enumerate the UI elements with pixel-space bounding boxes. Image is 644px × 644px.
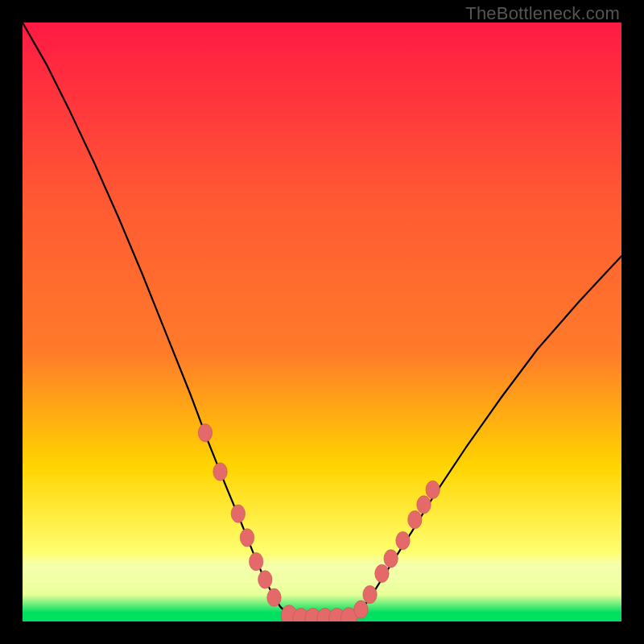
watermark-text: TheBottleneck.com: [465, 3, 620, 24]
data-marker: [363, 585, 377, 603]
data-marker: [354, 601, 368, 618]
svg-rect-3: [23, 572, 621, 572]
data-marker: [198, 424, 212, 442]
svg-rect-4: [23, 576, 621, 577]
svg-rect-0: [23, 23, 621, 621]
data-marker: [426, 481, 440, 498]
data-marker: [258, 571, 272, 588]
outer-frame: TheBottleneck.com: [0, 0, 644, 644]
data-marker: [396, 531, 410, 549]
data-marker: [240, 529, 254, 547]
data-marker: [231, 505, 245, 522]
data-marker: [384, 550, 398, 568]
bottleneck-chart: [23, 23, 621, 621]
data-marker: [267, 588, 281, 606]
data-marker: [408, 510, 422, 528]
plot-area: [23, 23, 621, 621]
data-marker: [417, 496, 431, 514]
svg-rect-1: [23, 562, 621, 563]
data-marker: [375, 564, 389, 582]
data-marker: [249, 552, 262, 570]
svg-rect-5: [23, 581, 621, 582]
svg-rect-2: [23, 567, 621, 568]
data-marker: [213, 463, 227, 481]
svg-rect-6: [23, 586, 621, 587]
